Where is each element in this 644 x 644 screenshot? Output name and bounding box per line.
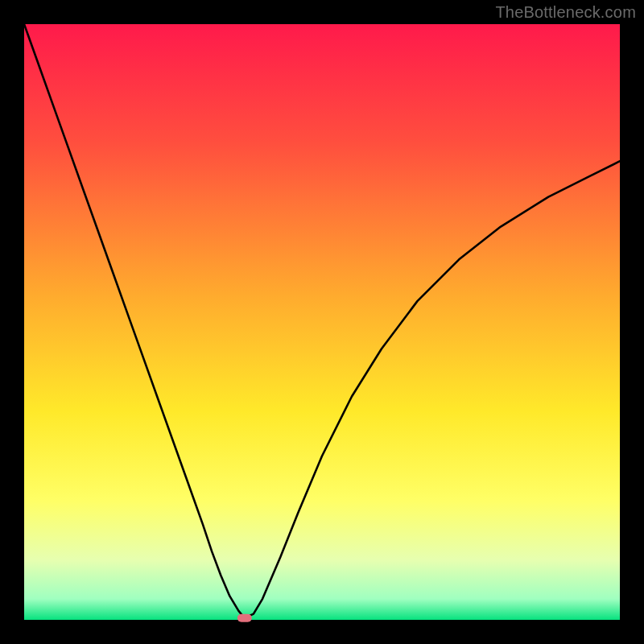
- watermark-text: TheBottleneck.com: [495, 3, 636, 22]
- chart-container: TheBottleneck.com: [0, 0, 644, 644]
- plot-background: [24, 24, 620, 620]
- minimum-marker: [237, 614, 252, 622]
- bottleneck-chart: [0, 0, 644, 644]
